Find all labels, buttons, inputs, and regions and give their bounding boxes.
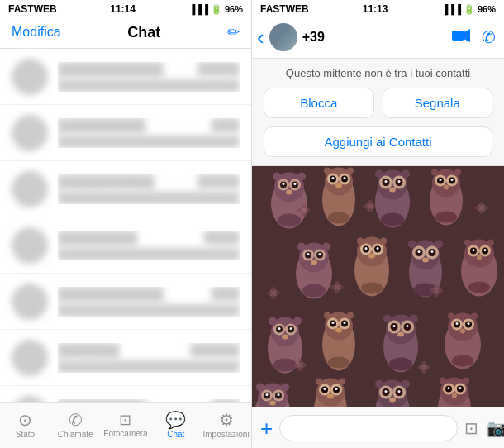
contact-avatar[interactable] bbox=[269, 23, 297, 51]
svg-point-221 bbox=[375, 380, 383, 388]
video-icon bbox=[452, 29, 470, 42]
svg-point-47 bbox=[444, 185, 449, 190]
svg-point-174 bbox=[452, 355, 473, 367]
svg-point-76 bbox=[297, 243, 306, 251]
svg-point-147 bbox=[332, 322, 335, 324]
svg-point-62 bbox=[480, 202, 484, 206]
report-button[interactable]: Segnala bbox=[383, 88, 493, 118]
svg-point-126 bbox=[435, 293, 439, 297]
svg-point-210 bbox=[339, 379, 345, 385]
svg-point-108 bbox=[473, 249, 475, 251]
right-input-bar: + ⊡ 📷 🎤 bbox=[252, 407, 504, 448]
right-time: 11:13 bbox=[363, 3, 388, 15]
svg-point-57 bbox=[368, 200, 373, 204]
tab-stato[interactable]: ⊙ Stato bbox=[0, 412, 50, 439]
signal-icon: ▐▐▐ bbox=[189, 4, 208, 14]
svg-point-96 bbox=[418, 250, 421, 253]
svg-point-125 bbox=[435, 284, 439, 288]
unknown-contact-banner: Questo mittente non è tra i tuoi contatt… bbox=[252, 59, 504, 166]
chat-preview: ██████████████████ bbox=[58, 304, 240, 317]
svg-point-26 bbox=[347, 168, 354, 174]
svg-point-150 bbox=[328, 357, 349, 369]
list-item[interactable]: ████████████ ██████ ████████████████████ bbox=[0, 49, 251, 105]
svg-point-23 bbox=[335, 183, 342, 188]
svg-point-231 bbox=[452, 393, 457, 398]
list-item[interactable]: ███████ ███████ ████████████ bbox=[0, 330, 251, 386]
add-contact-button[interactable]: Aggiungi ai Contatti bbox=[264, 126, 492, 157]
chat-name: ██████████ bbox=[58, 399, 145, 403]
svg-point-48 bbox=[435, 212, 457, 223]
svg-point-13 bbox=[273, 173, 281, 181]
call-button[interactable]: ✆ bbox=[482, 27, 496, 47]
list-item[interactable]: ████████████ ████ ██████████████████ bbox=[0, 274, 251, 330]
svg-point-63 bbox=[480, 210, 484, 214]
svg-point-116 bbox=[272, 295, 276, 299]
svg-point-84 bbox=[365, 247, 368, 250]
svg-point-160 bbox=[407, 325, 409, 327]
svg-point-89 bbox=[380, 238, 387, 245]
message-input[interactable] bbox=[279, 415, 458, 441]
right-status-bar: FASTWEB 11:13 ▐▐▐ 🔋 96% bbox=[252, 0, 504, 18]
svg-point-181 bbox=[302, 363, 307, 367]
camera-button[interactable]: 📷 bbox=[487, 418, 504, 438]
svg-point-46 bbox=[451, 179, 454, 181]
compose-icon[interactable]: ✏ bbox=[227, 23, 240, 41]
svg-point-135 bbox=[278, 327, 281, 330]
chat-time: ████ bbox=[212, 399, 240, 403]
svg-point-185 bbox=[418, 365, 422, 369]
list-item[interactable]: ███████████ ██████ █████████████████ bbox=[0, 161, 251, 217]
svg-point-152 bbox=[347, 312, 354, 319]
tab-impostazioni[interactable]: ⚙ Impostazioni bbox=[201, 412, 251, 439]
list-item[interactable]: █████████ █████ ███████████████ bbox=[0, 217, 251, 274]
svg-point-118 bbox=[276, 291, 280, 295]
svg-point-100 bbox=[408, 241, 416, 249]
svg-point-34 bbox=[398, 180, 401, 183]
header-actions: ✆ bbox=[452, 27, 496, 47]
svg-point-10 bbox=[294, 183, 297, 185]
sticker-button[interactable]: ⊡ bbox=[464, 418, 478, 438]
svg-point-178 bbox=[298, 359, 302, 363]
svg-point-53 bbox=[302, 212, 307, 217]
input-action-buttons: ⊡ 📷 🎤 bbox=[464, 418, 504, 438]
svg-point-195 bbox=[269, 401, 276, 406]
svg-point-101 bbox=[435, 241, 443, 249]
block-button[interactable]: Blocca bbox=[264, 88, 374, 118]
tab-chiamate[interactable]: ✆ Chiamate bbox=[50, 412, 101, 439]
svg-point-159 bbox=[393, 325, 396, 327]
svg-point-65 bbox=[484, 206, 488, 210]
tab-fotocamera-label: Fotocamera bbox=[103, 429, 147, 438]
add-attachment-button[interactable]: + bbox=[260, 417, 273, 439]
svg-point-22 bbox=[344, 177, 346, 179]
chat-name: █████████ bbox=[58, 231, 137, 245]
contact-name[interactable]: +39 bbox=[302, 30, 447, 45]
svg-point-54 bbox=[298, 208, 302, 212]
left-tab-bar: ⊙ Stato ✆ Chiamate ⊡ Fotocamera 💬 Chat ⚙… bbox=[0, 402, 251, 448]
avatar bbox=[12, 340, 48, 376]
svg-point-207 bbox=[327, 394, 334, 399]
list-item[interactable]: ██████████ ████ ████████████████ bbox=[0, 386, 251, 402]
svg-point-88 bbox=[357, 238, 364, 245]
back-button[interactable]: ‹ bbox=[257, 25, 264, 50]
tab-chiamate-label: Chiamate bbox=[58, 430, 93, 439]
tab-fotocamera[interactable]: ⊡ Fotocamera bbox=[101, 412, 151, 438]
svg-point-171 bbox=[456, 322, 459, 325]
left-battery: ▐▐▐ 🔋 96% bbox=[189, 4, 243, 15]
chat-time: ████ bbox=[212, 118, 240, 132]
svg-point-123 bbox=[340, 285, 344, 289]
svg-point-137 bbox=[282, 335, 288, 340]
svg-point-49 bbox=[431, 169, 438, 176]
svg-point-74 bbox=[311, 260, 317, 265]
svg-point-35 bbox=[389, 188, 396, 193]
tab-impostazioni-label: Impostazioni bbox=[203, 430, 250, 439]
video-call-button[interactable] bbox=[452, 29, 470, 46]
unknown-text: Questo mittente non è tra i tuoi contatt… bbox=[264, 67, 492, 79]
svg-point-109 bbox=[484, 249, 487, 251]
modifica-button[interactable]: Modifica bbox=[12, 25, 61, 40]
svg-point-218 bbox=[398, 390, 401, 393]
svg-point-138 bbox=[273, 359, 297, 372]
tab-chat[interactable]: 💬 Chat bbox=[150, 412, 201, 439]
svg-rect-0 bbox=[452, 31, 464, 41]
svg-point-175 bbox=[448, 313, 454, 320]
svg-point-55 bbox=[307, 208, 311, 212]
list-item[interactable]: ██████████ ████ ████████████████ bbox=[0, 105, 251, 161]
